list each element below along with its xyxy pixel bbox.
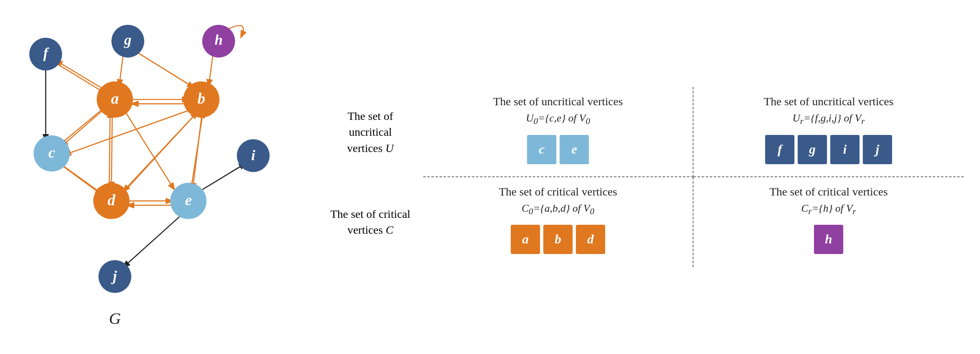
cell-bottom-left: The set of critical vertices C0={a,b,d} … <box>423 177 693 267</box>
cell-top-left-subheader: U0={c,e} of V0 <box>435 112 680 126</box>
vertex-box-j: j <box>863 135 892 164</box>
critical-label: The set of criticalvertices C <box>330 206 411 238</box>
cell-top-right: The set of uncritical vertices Ur={f,g,i… <box>693 87 964 177</box>
svg-line-0 <box>55 63 105 93</box>
svg-line-3 <box>119 52 124 85</box>
uncritical-label: The set of uncriticalvertices U <box>326 108 415 156</box>
row-labels: The set of uncriticalvertices U The set … <box>326 87 415 267</box>
svg-line-1 <box>56 61 105 90</box>
table-grid: The set of uncritical vertices U0={c,e} … <box>423 87 964 267</box>
vertex-box-h: h <box>814 225 843 254</box>
svg-text:e: e <box>185 191 192 208</box>
cell-bottom-left-header: The set of critical vertices <box>435 185 680 198</box>
cell-top-right-header: The set of uncritical vertices <box>706 95 952 108</box>
cell-bottom-right: The set of critical vertices Cr={h} of V… <box>693 177 964 267</box>
svg-text:h: h <box>214 31 223 48</box>
svg-line-22 <box>198 163 245 192</box>
svg-line-15 <box>124 112 197 192</box>
svg-line-9 <box>59 106 106 145</box>
cell-top-left: The set of uncritical vertices U0={c,e} … <box>423 87 693 177</box>
table-section: The set of uncriticalvertices U The set … <box>293 8 964 346</box>
vertex-box-b: b <box>543 225 573 254</box>
row-label-uncritical: The set of uncriticalvertices U <box>326 87 415 177</box>
vertex-box-c: c <box>527 135 556 164</box>
svg-line-13 <box>65 109 193 155</box>
cell-top-right-subheader: Ur={f,g,i,j} of Vr <box>706 112 952 126</box>
svg-line-11 <box>109 111 110 188</box>
svg-line-17 <box>191 111 203 189</box>
svg-line-19 <box>57 162 103 195</box>
svg-line-4 <box>135 51 193 87</box>
svg-text:G: G <box>109 309 121 328</box>
svg-text:b: b <box>197 90 205 107</box>
vertex-box-g: g <box>798 135 827 164</box>
cell-bottom-right-header: The set of critical vertices <box>706 185 952 198</box>
cell-top-left-boxes: c e <box>435 135 680 164</box>
vertex-box-d: d <box>576 225 605 254</box>
cell-bottom-left-boxes: a b d <box>435 225 680 254</box>
svg-line-23 <box>124 213 184 267</box>
cell-top-right-boxes: f g i j <box>706 135 952 164</box>
vertex-box-f: f <box>765 135 794 164</box>
svg-text:a: a <box>111 90 119 107</box>
svg-text:c: c <box>48 144 55 161</box>
svg-text:g: g <box>124 31 131 48</box>
row-label-critical: The set of criticalvertices C <box>326 177 415 267</box>
vertex-box-e: e <box>560 135 589 164</box>
cell-bottom-right-boxes: h <box>706 225 952 254</box>
vertex-box-i: i <box>830 135 860 164</box>
svg-text:i: i <box>251 147 255 163</box>
svg-line-10 <box>112 111 112 188</box>
main-container: f g h a b c i d e <box>0 0 980 354</box>
vertex-box-a: a <box>511 225 540 254</box>
svg-text:d: d <box>107 191 116 208</box>
svg-line-12 <box>125 110 174 189</box>
cell-top-left-header: The set of uncritical vertices <box>435 95 680 108</box>
graph-section: f g h a b c i d e <box>16 11 293 344</box>
svg-line-8 <box>62 107 106 146</box>
cell-bottom-left-subheader: C0={a,b,d} of V0 <box>435 202 680 217</box>
cell-bottom-right-subheader: Cr={h} of Vr <box>706 202 952 217</box>
